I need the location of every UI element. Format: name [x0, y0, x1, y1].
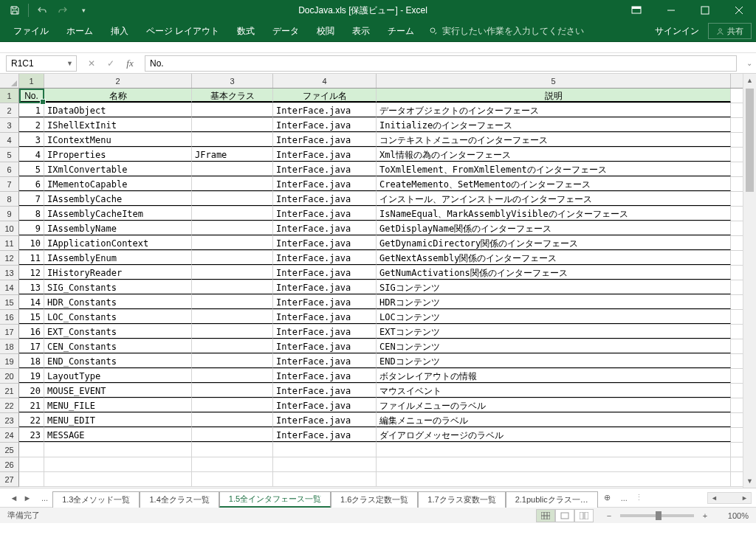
cell[interactable]: インストール、アンインストールのインターフェース [377, 192, 731, 206]
cell[interactable]: IShellExtInit [44, 118, 192, 132]
cell[interactable] [192, 384, 273, 398]
cell[interactable]: 13 [19, 280, 44, 294]
row-header[interactable]: 10 [0, 221, 19, 236]
cell[interactable]: SIGコンテンツ [377, 280, 731, 294]
zoom-slider[interactable] [620, 514, 694, 517]
select-all-button[interactable] [0, 74, 19, 89]
cell[interactable]: 19 [19, 369, 44, 383]
row-header[interactable]: 27 [0, 472, 19, 487]
redo-icon[interactable] [54, 1, 72, 19]
tab-split-handle[interactable]: ⋮ [632, 493, 646, 502]
cell[interactable] [273, 472, 377, 486]
cell[interactable]: 4 [19, 148, 44, 162]
cell[interactable] [192, 325, 273, 339]
cell[interactable]: InterFace.java [273, 325, 377, 339]
page-layout-view-button[interactable] [555, 509, 574, 522]
cell[interactable]: IAssemblyEnum [44, 251, 192, 265]
cell[interactable]: 11 [19, 251, 44, 265]
row-header[interactable]: 17 [0, 325, 19, 339]
cell[interactable]: IHistoryReader [44, 266, 192, 280]
cell[interactable] [377, 443, 731, 457]
cell[interactable]: ファイルメニューのラベル [377, 398, 731, 412]
cell[interactable]: InterFace.java [273, 133, 377, 147]
cell[interactable]: ファイル名 [273, 89, 377, 103]
column-header[interactable]: 1 [19, 74, 44, 88]
sheet-tab[interactable]: 1.7クラス変数一覧 [418, 491, 505, 508]
cell[interactable]: 21 [19, 398, 44, 412]
cell[interactable]: END_Constants [44, 354, 192, 368]
cell[interactable]: 1 [19, 103, 44, 117]
cell[interactable]: 16 [19, 325, 44, 339]
row-header[interactable]: 13 [0, 266, 19, 280]
row-header[interactable]: 8 [0, 192, 19, 207]
cell[interactable] [192, 413, 273, 427]
row-header[interactable]: 24 [0, 428, 19, 443]
cell[interactable]: InterFace.java [273, 369, 377, 383]
row-header[interactable]: 26 [0, 457, 19, 472]
cell[interactable] [192, 354, 273, 368]
ribbon-tab[interactable]: 挿入 [102, 21, 137, 42]
cell[interactable]: ボタンレイアウトの情報 [377, 369, 731, 383]
cell[interactable] [19, 457, 44, 471]
cell[interactable]: JFrame [192, 148, 273, 162]
cell[interactable]: LOC_Constants [44, 310, 192, 324]
column-header[interactable]: 2 [44, 74, 192, 88]
row-header[interactable]: 6 [0, 162, 19, 177]
cell[interactable] [192, 251, 273, 265]
cell[interactable]: InterFace.java [273, 354, 377, 368]
column-header[interactable]: 4 [273, 74, 377, 88]
cell[interactable]: InterFace.java [273, 384, 377, 398]
cell[interactable]: IMementoCapable [44, 177, 192, 191]
cell[interactable] [44, 472, 192, 486]
cell[interactable] [192, 236, 273, 250]
cell[interactable]: 3 [19, 133, 44, 147]
cell[interactable] [192, 162, 273, 176]
new-sheet-icon[interactable]: ⊕ [598, 493, 616, 502]
row-header[interactable]: 18 [0, 339, 19, 354]
save-icon[interactable] [6, 1, 24, 19]
cell[interactable]: データオブジェクトのインターフェース [377, 103, 731, 117]
cell[interactable] [377, 472, 731, 486]
cell[interactable]: InterFace.java [273, 398, 377, 412]
minimize-button[interactable] [654, 0, 688, 21]
cell[interactable]: HDRコンテンツ [377, 295, 731, 309]
sheet-tab[interactable]: 1.3全メソッド一覧 [52, 491, 140, 508]
cell[interactable]: 6 [19, 177, 44, 191]
scrollbar-thumb[interactable] [746, 89, 754, 192]
sheet-tabs-ellipsis-right[interactable]: ... [616, 494, 632, 502]
vertical-scrollbar[interactable]: ▲ ▼ [743, 74, 756, 488]
cell[interactable]: ToXmlElement、FromXmlElementのインターフェース [377, 162, 731, 176]
cell[interactable]: IProperties [44, 148, 192, 162]
cell[interactable] [192, 398, 273, 412]
sheet-tabs-ellipsis[interactable]: ... [37, 494, 52, 502]
cell[interactable]: IAssemblyCache [44, 192, 192, 206]
ribbon-tab[interactable]: ファイル [4, 21, 58, 42]
row-header[interactable]: 11 [0, 236, 19, 251]
cell[interactable] [192, 133, 273, 147]
cell[interactable]: HDR_Constants [44, 295, 192, 309]
row-header[interactable]: 25 [0, 443, 19, 457]
maximize-button[interactable] [688, 0, 722, 21]
cell[interactable]: InterFace.java [273, 339, 377, 353]
zoom-slider-thumb[interactable] [656, 511, 662, 520]
cell[interactable] [192, 207, 273, 221]
normal-view-button[interactable] [536, 509, 555, 522]
cell[interactable]: IDataObject [44, 103, 192, 117]
formula-bar[interactable]: No. [145, 55, 737, 72]
row-header[interactable]: 22 [0, 398, 19, 413]
cell[interactable]: ENDコンテンツ [377, 354, 731, 368]
cell[interactable] [19, 472, 44, 486]
signin-link[interactable]: サインイン [646, 25, 708, 38]
cell[interactable]: InterFace.java [273, 221, 377, 235]
row-header[interactable]: 20 [0, 369, 19, 384]
cell[interactable]: InterFace.java [273, 310, 377, 324]
ribbon-tab[interactable]: ホーム [58, 21, 102, 42]
cell[interactable] [192, 221, 273, 235]
cell[interactable] [44, 443, 192, 457]
cell[interactable]: InterFace.java [273, 207, 377, 221]
cell[interactable] [192, 472, 273, 486]
cell[interactable]: 7 [19, 192, 44, 206]
cell[interactable]: LOCコンテンツ [377, 310, 731, 324]
cell[interactable] [192, 310, 273, 324]
cell[interactable] [192, 280, 273, 294]
